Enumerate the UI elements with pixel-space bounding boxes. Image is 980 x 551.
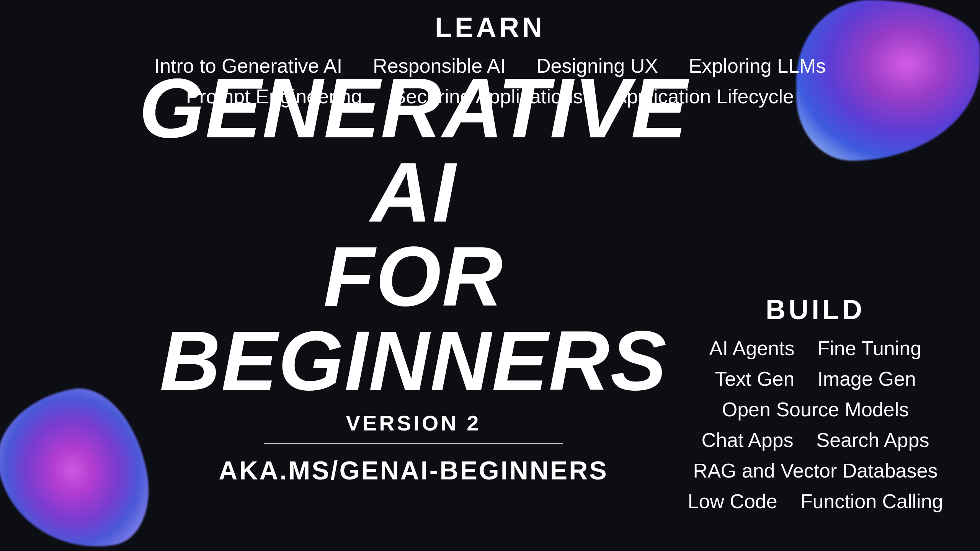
main-title-container: GENERATIVE AI FOR BEGINNERS VERSION 2 AK… (130, 66, 697, 485)
blob-decoration-bottom-left (0, 390, 145, 551)
title-line-2: FOR (130, 235, 697, 319)
build-item-low-code: Low Code (688, 490, 777, 513)
main-title: GENERATIVE AI FOR BEGINNERS (130, 66, 697, 403)
learn-title: LEARN (0, 11, 980, 43)
build-item-fine-tuning: Fine Tuning (817, 337, 921, 360)
divider (264, 443, 563, 444)
build-title: BUILD (681, 294, 949, 325)
build-row-1: AI Agents Fine Tuning (681, 337, 949, 360)
build-item-function-calling: Function Calling (800, 490, 943, 513)
build-item-open-source: Open Source Models (681, 398, 949, 421)
build-item-text-gen: Text Gen (715, 367, 794, 390)
title-line-3: BEGINNERS (130, 319, 697, 403)
build-row-4: Chat Apps Search Apps (681, 429, 949, 452)
build-item-rag: RAG and Vector Databases (681, 459, 949, 482)
build-row-6: Low Code Function Calling (681, 490, 949, 513)
build-item-chat-apps: Chat Apps (702, 429, 794, 452)
build-section: BUILD AI Agents Fine Tuning Text Gen Ima… (681, 294, 949, 520)
build-item-search-apps: Search Apps (817, 429, 929, 452)
build-row-2: Text Gen Image Gen (681, 367, 949, 390)
url-label: AKA.MS/GENAI-BEGINNERS (130, 455, 697, 485)
version-label: VERSION 2 (130, 411, 697, 435)
build-item-image-gen: Image Gen (817, 367, 916, 390)
build-item-agents: AI Agents (709, 337, 795, 360)
title-line-1: GENERATIVE AI (130, 66, 697, 235)
learn-item-llms: Exploring LLMs (689, 54, 826, 77)
